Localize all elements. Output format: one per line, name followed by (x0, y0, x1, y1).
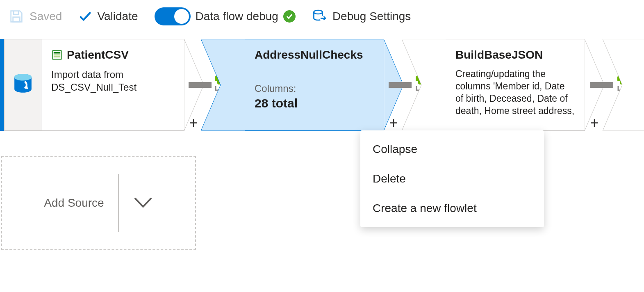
node-description: Import data from DS_CSV_Null_Test (51, 68, 174, 94)
svg-rect-0 (13, 17, 20, 22)
svg-rect-7 (54, 57, 60, 57)
svg-marker-9 (201, 39, 245, 131)
node-title-text: PatientCSV (67, 48, 129, 62)
saved-label: Saved (30, 10, 62, 23)
svg-rect-5 (54, 52, 60, 54)
add-step-button[interactable]: + (185, 115, 202, 131)
menu-delete[interactable]: Delete (360, 164, 544, 194)
dataflow-canvas[interactable]: PatientCSV Import data from DS_CSV_Null_… (0, 33, 644, 292)
debug-toggle[interactable] (155, 7, 191, 25)
save-icon (8, 8, 25, 25)
node-chevron-in (603, 39, 644, 131)
datasource-icon (13, 73, 33, 97)
saved-status: Saved (8, 8, 62, 25)
database-arrow-icon (312, 9, 327, 24)
node-addressnullchecks[interactable]: AddressNullChecks Columns: 28 total (245, 39, 384, 131)
validate-label: Validate (97, 10, 138, 23)
menu-create-flowlet[interactable]: Create a new flowlet (360, 194, 544, 223)
csv-file-icon (51, 49, 63, 61)
chevron-down-icon[interactable] (133, 196, 153, 210)
check-icon (78, 9, 92, 23)
debug-toggle-group: Data flow debug (155, 7, 296, 25)
svg-rect-6 (54, 55, 60, 55)
debug-settings-label: Debug Settings (332, 10, 411, 23)
status-ok-icon (283, 10, 296, 23)
svg-marker-11 (402, 39, 446, 131)
columns-total: 28 total (255, 96, 374, 110)
svg-point-3 (14, 74, 32, 81)
source-tab[interactable] (4, 39, 41, 131)
context-menu: Collapse Delete Create a new flowlet (360, 130, 544, 227)
node-chevron-in (201, 39, 246, 131)
node-patientcsv[interactable]: PatientCSV Import data from DS_CSV_Null_… (41, 39, 184, 131)
menu-collapse[interactable]: Collapse (360, 135, 544, 164)
debug-label: Data flow debug (196, 10, 278, 23)
columns-label: Columns: (255, 82, 374, 95)
toolbar: Saved Validate Data flow debug Debug Set… (0, 0, 644, 33)
add-step-button[interactable]: + (586, 115, 603, 131)
node-buildbasejson[interactable]: BuildBaseJSON Creating/updating the colu… (446, 39, 585, 131)
add-source-button[interactable]: Add Source (1, 156, 196, 250)
add-source-label: Add Source (44, 196, 104, 210)
svg-marker-13 (603, 39, 644, 131)
validate-button[interactable]: Validate (78, 9, 138, 23)
svg-point-1 (314, 10, 322, 14)
debug-settings-button[interactable]: Debug Settings (312, 9, 411, 24)
node-title-text: BuildBaseJSON (455, 48, 543, 62)
divider (118, 174, 119, 232)
node-title-text: AddressNullChecks (255, 48, 363, 62)
selection-strip (0, 39, 4, 131)
node-description: Creating/updating the columns 'Member id… (455, 68, 575, 117)
add-step-button[interactable]: + (385, 115, 402, 131)
node-chevron-in (402, 39, 447, 131)
